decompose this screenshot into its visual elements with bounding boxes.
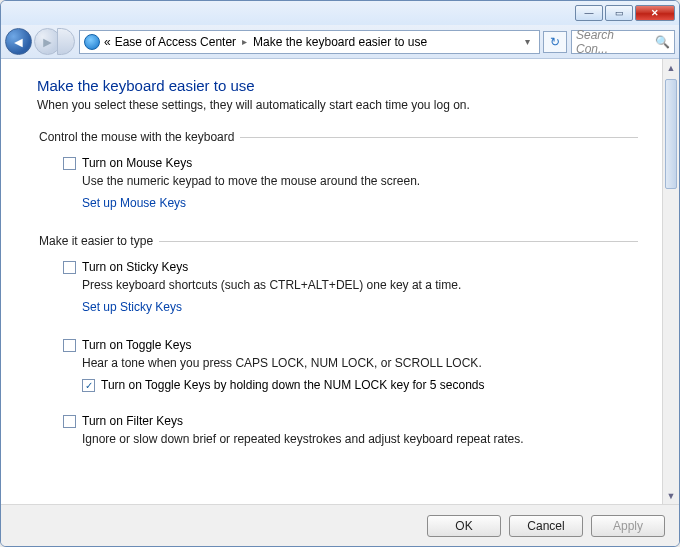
checkbox-toggle-keys[interactable] bbox=[63, 339, 76, 352]
minimize-button[interactable]: — bbox=[575, 5, 603, 21]
ok-button[interactable]: OK bbox=[427, 515, 501, 537]
title-bar: — ▭ ✕ bbox=[1, 1, 679, 25]
address-bar[interactable]: « Ease of Access Center ▸ Make the keybo… bbox=[79, 30, 540, 54]
toggle-keys-description: Hear a tone when you press CAPS LOCK, NU… bbox=[82, 356, 638, 370]
breadcrumb-item-current[interactable]: Make the keyboard easier to use bbox=[253, 35, 427, 49]
scroll-up-arrow-icon[interactable]: ▲ bbox=[663, 59, 679, 76]
window-frame: — ▭ ✕ ◄ ► « Ease of Access Center ▸ Make… bbox=[0, 0, 680, 547]
sticky-keys-description: Press keyboard shortcuts (such as CTRL+A… bbox=[82, 278, 638, 292]
breadcrumb-separator: ▸ bbox=[240, 36, 249, 47]
address-dropdown-icon[interactable]: ▾ bbox=[519, 36, 535, 47]
checkbox-sticky-keys[interactable] bbox=[63, 261, 76, 274]
group-mouse-keys-legend: Control the mouse with the keyboard bbox=[37, 130, 240, 144]
group-mouse-keys: Control the mouse with the keyboard Turn… bbox=[37, 130, 638, 216]
vertical-scrollbar[interactable]: ▲ ▼ bbox=[662, 59, 679, 504]
refresh-button[interactable]: ↻ bbox=[543, 31, 567, 53]
page-subtitle: When you select these settings, they wil… bbox=[37, 98, 638, 112]
control-panel-icon bbox=[84, 34, 100, 50]
scroll-thumb[interactable] bbox=[665, 79, 677, 189]
maximize-button[interactable]: ▭ bbox=[605, 5, 633, 21]
checkbox-mouse-keys[interactable] bbox=[63, 157, 76, 170]
back-button[interactable]: ◄ bbox=[5, 28, 32, 55]
cancel-button[interactable]: Cancel bbox=[509, 515, 583, 537]
group-easier-type: Make it easier to type Turn on Sticky Ke… bbox=[37, 234, 638, 454]
scroll-down-arrow-icon[interactable]: ▼ bbox=[663, 487, 679, 504]
dialog-footer: OK Cancel Apply bbox=[1, 504, 679, 546]
content-area: Make the keyboard easier to use When you… bbox=[1, 59, 679, 504]
mouse-keys-description: Use the numeric keypad to move the mouse… bbox=[82, 174, 638, 188]
checkbox-filter-keys-label: Turn on Filter Keys bbox=[82, 414, 183, 428]
checkbox-mouse-keys-label: Turn on Mouse Keys bbox=[82, 156, 192, 170]
nav-toolbar: ◄ ► « Ease of Access Center ▸ Make the k… bbox=[1, 25, 679, 59]
close-button[interactable]: ✕ bbox=[635, 5, 675, 21]
checkbox-toggle-keys-label: Turn on Toggle Keys bbox=[82, 338, 191, 352]
nav-history-dropdown[interactable] bbox=[57, 28, 75, 55]
checkbox-toggle-keys-numlock-label: Turn on Toggle Keys by holding down the … bbox=[101, 378, 485, 392]
breadcrumb-item-ease-of-access[interactable]: Ease of Access Center bbox=[115, 35, 236, 49]
checkbox-filter-keys[interactable] bbox=[63, 415, 76, 428]
page-title: Make the keyboard easier to use bbox=[37, 77, 638, 94]
content-scroll: Make the keyboard easier to use When you… bbox=[1, 59, 662, 504]
link-setup-mouse-keys[interactable]: Set up Mouse Keys bbox=[82, 196, 186, 210]
group-easier-type-legend: Make it easier to type bbox=[37, 234, 159, 248]
breadcrumb-chevrons: « bbox=[104, 35, 111, 49]
checkbox-sticky-keys-label: Turn on Sticky Keys bbox=[82, 260, 188, 274]
search-icon: 🔍 bbox=[655, 35, 670, 49]
link-setup-sticky-keys[interactable]: Set up Sticky Keys bbox=[82, 300, 182, 314]
search-placeholder: Search Con... bbox=[576, 28, 647, 56]
apply-button[interactable]: Apply bbox=[591, 515, 665, 537]
checkbox-toggle-keys-numlock[interactable] bbox=[82, 379, 95, 392]
search-input[interactable]: Search Con... 🔍 bbox=[571, 30, 675, 54]
filter-keys-description: Ignore or slow down brief or repeated ke… bbox=[82, 432, 638, 446]
